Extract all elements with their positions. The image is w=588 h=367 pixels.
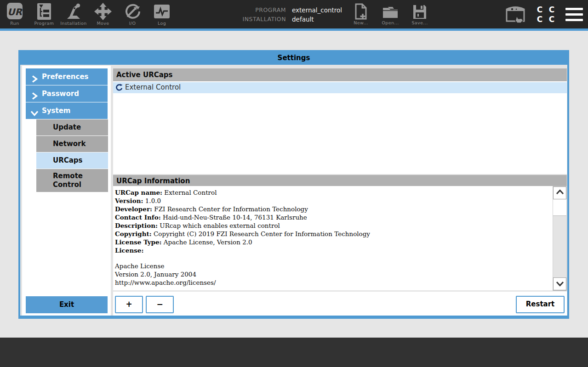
urcap-information-header: URCap Information [113,174,567,186]
accent-strip [0,28,588,31]
chevron-down-icon [30,107,39,115]
urcap-info-text: URCap name: External ControlVersion: 1.0… [113,186,553,291]
installation-label: INSTALLATION [216,15,286,24]
scroll-up-button[interactable] [553,186,566,199]
file-action-label: New... [347,20,375,25]
status-letter-grid: C C C C [534,5,558,24]
remove-urcap-button[interactable]: − [146,296,174,313]
license-line: Version 2.0, January 2004 [115,270,548,278]
info-line: Description: URcap which enables externa… [115,221,548,230]
urcap-info-fields: URCap name: External ControlVersion: 1.0… [115,188,548,254]
save-program-button[interactable]: Save... [405,3,434,28]
status-letter: C [534,5,546,15]
info-line: URCap name: External Control [115,188,548,197]
sidebar-item-preferences[interactable]: Preferences [26,68,108,85]
info-line: License: [115,246,548,254]
license-lines: Apache LicenseVersion 2.0, January 2004h… [115,262,548,287]
active-urcaps-header: Active URCaps [113,68,567,81]
info-line: Copyright: Copyright (C) 2019 FZI Resear… [115,230,548,238]
license-line: Apache License [115,262,548,270]
info-line: License Type: Apache License, Version 2.… [115,238,548,246]
sidebar-item-urcaps[interactable]: URCaps [36,152,108,169]
sidebar-item-remote-control[interactable]: Remote Control [36,169,108,192]
license-line: http://www.apache.org/licenses/ [115,278,548,287]
new-program-button[interactable]: New... [347,3,375,28]
add-urcap-button[interactable]: + [115,296,143,313]
refresh-icon [115,84,123,91]
info-line: Developer: FZI Research Center for Infor… [115,205,548,213]
tab-io[interactable]: I/O [118,2,147,28]
info-line: Contact Info: Haid-und-Neu-Straße 10-14,… [115,213,548,221]
manual-mode-icon[interactable] [504,5,527,24]
tab-installation[interactable]: Installation [59,2,88,28]
installation-value: default [292,15,314,24]
info-scrollbar[interactable] [553,186,567,291]
save-icon [405,3,434,20]
open-program-button[interactable]: Open... [376,3,405,28]
file-action-label: Save... [405,20,434,25]
spacer [115,254,548,262]
program-label: PROGRAM [216,6,286,15]
urcap-list-item[interactable]: External Control [113,82,567,93]
tab-run[interactable]: UR Run [0,2,29,28]
program-icon [29,2,59,21]
restart-button[interactable]: Restart [516,296,565,313]
tab-label: Installation [59,21,88,26]
io-icon [118,2,147,21]
sidebar-item-system[interactable]: System [26,102,108,119]
urcaps-panel: Active URCaps External Control URCap Inf… [113,68,567,316]
tab-log[interactable]: Log [147,2,177,28]
hamburger-menu-icon[interactable] [565,8,583,22]
sidebar-item-label: Password [42,85,79,102]
tab-label: I/O [118,21,147,26]
tab-label: Move [88,21,118,26]
new-file-icon [347,3,375,20]
chevron-right-icon [30,90,39,98]
sidebar-item-label: System [42,102,70,119]
exit-button[interactable]: Exit [26,296,108,313]
sidebar-item-label: Preferences [42,68,89,85]
settings-sidebar: Preferences Password System Update Netwo… [22,66,111,316]
status-letter: C [546,5,558,15]
svg-text:UR: UR [7,6,23,17]
settings-dialog: Settings Preferences Password System Upd… [18,50,569,319]
move-icon [88,2,118,21]
sidebar-subitem-label: URCaps [53,156,83,164]
log-icon [147,2,177,21]
status-letter: C [546,15,558,24]
sidebar-item-network[interactable]: Network [36,136,108,152]
scroll-down-button[interactable] [553,277,566,290]
sidebar-subitem-label: Update [53,123,81,131]
program-value: external_control [292,6,342,15]
tab-label: Program [29,21,59,26]
urcap-name: External Control [125,83,181,91]
open-folder-icon [376,3,405,20]
top-bar: UR Run Program Installation Move I/O Log [0,0,588,28]
sidebar-item-update[interactable]: Update [36,119,108,136]
sidebar-subitem-label: Network [53,140,86,148]
program-info: PROGRAM external_control INSTALLATION de… [216,6,342,24]
status-letter: C [534,15,546,24]
info-line: Version: 1.0.0 [115,197,548,205]
file-action-label: Open... [376,20,405,25]
sidebar-subitem-label: Remote Control [53,172,83,189]
bottom-bar: Speed 100% 15:39:05 June 14, 2019 [0,338,588,367]
scrollbar-thumb[interactable] [553,199,566,216]
dialog-title: Settings [20,52,567,65]
tab-program[interactable]: Program [29,2,59,28]
ur-logo-icon: UR [0,2,29,21]
tab-move[interactable]: Move [88,2,118,28]
tab-label: Log [147,21,177,26]
chevron-right-icon [30,73,39,81]
urcaps-action-bar: + − Restart [113,291,567,316]
sidebar-item-password[interactable]: Password [26,85,108,102]
installation-icon [59,2,88,21]
tab-label: Run [0,21,29,26]
